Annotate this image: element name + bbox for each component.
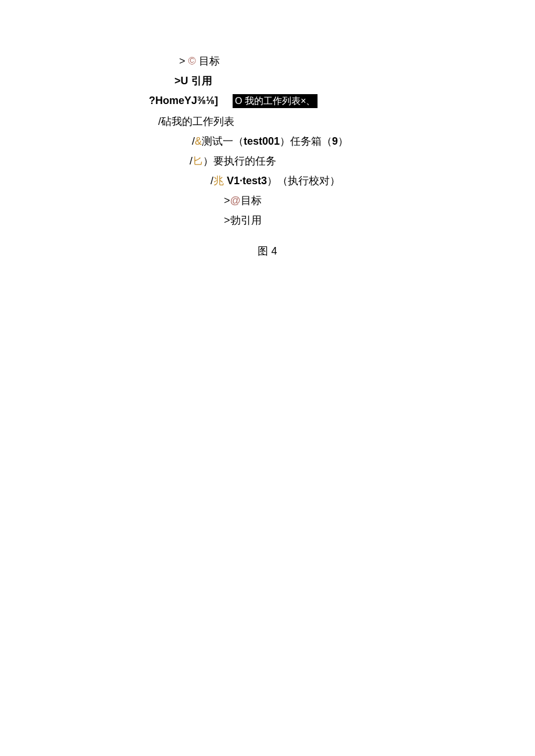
tree-item-test001: /&测试一（test001）任务箱（9） (0, 131, 535, 151)
label-taskbox-open: ）任务箱（ (280, 135, 332, 147)
label-to-execute: ）要执行的任务 (203, 155, 276, 167)
glyph-bo: 勃 (230, 214, 241, 226)
document-page: > © 目标 >U 引用 ?HomeYJ⅜⅛] O 我的工作列表×、 /砧我的工… (0, 0, 535, 258)
prefix-angle: > (224, 195, 230, 206)
ampersand-icon: & (195, 135, 202, 147)
label-v1test3: V1·test3 (227, 175, 267, 187)
label-proofread: ）（执行校对） (267, 175, 340, 187)
worklist-tab-badge: O 我的工作列表×、 (233, 94, 318, 108)
label-home: ?HomeYJ⅜⅛] (149, 95, 218, 106)
at-icon: @ (230, 195, 241, 206)
label-quote: 引用 (241, 214, 262, 226)
tree-item-v1test3: /兆 V1·test3）（执行校对） (0, 171, 535, 191)
tree-item-to-execute: /匕）要执行的任务 (0, 151, 535, 171)
copyright-icon: © (188, 55, 196, 67)
label-test1-pre: 测试一（ (202, 135, 244, 147)
tree-item-quote-2: >勃引用 (0, 210, 535, 230)
tree-item-target-1: > © 目标 (0, 51, 535, 71)
tree-item-target-2: >@目标 (0, 191, 535, 210)
label-target: 目标 (241, 195, 262, 206)
label-test001: test001 (244, 135, 280, 147)
tree-item-worklist: /砧我的工作列表 (0, 112, 535, 131)
glyph-anvil: 砧 (161, 116, 172, 127)
tree-item-quote-1: >U 引用 (0, 71, 535, 91)
prefix-angle: > (179, 55, 186, 67)
prefix-angle: > (224, 214, 230, 226)
label-my-worklist: 我的工作列表 (172, 116, 234, 127)
prefix-u: >U (174, 75, 191, 87)
label-taskbox-close: ） (338, 135, 348, 147)
glyph-zhao: 兆 (213, 175, 227, 187)
glyph-bi: 匕 (192, 155, 203, 167)
label-taskbox-count: 9 (332, 135, 338, 147)
label-target: 目标 (199, 55, 220, 67)
label-quote: 引用 (191, 75, 212, 87)
row-home-worklist: ?HomeYJ⅜⅛] O 我的工作列表×、 (0, 91, 535, 110)
figure-caption: 图 4 (0, 244, 535, 258)
